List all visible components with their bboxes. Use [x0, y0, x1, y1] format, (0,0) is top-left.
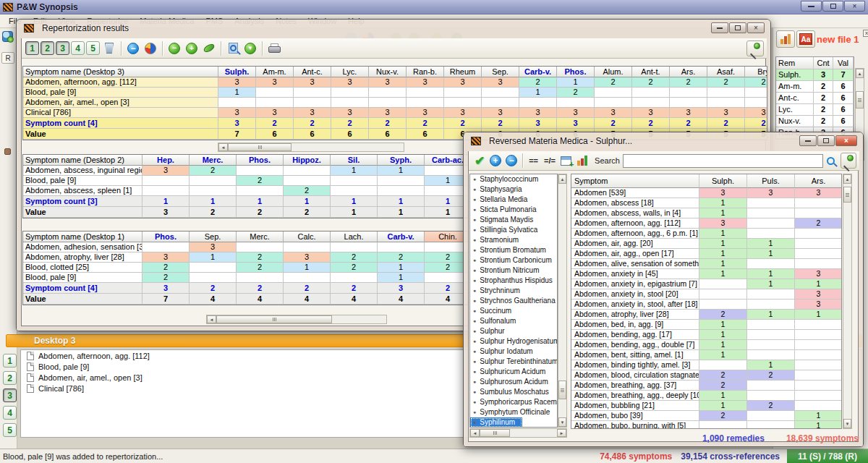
remedy-column-header[interactable]: Sep.	[190, 232, 237, 242]
remedy-list-item[interactable]: ●Sticta Pulmonaria	[470, 205, 557, 215]
grade-cell[interactable]	[284, 176, 331, 186]
symptom-name-cell[interactable]: Abdomen, atrophy, liver [28]	[571, 310, 699, 320]
grade-cell[interactable]	[707, 88, 745, 98]
grade-cell[interactable]	[237, 166, 284, 176]
remedy-list-item[interactable]: ●Strychninum	[470, 286, 557, 296]
grade-cell[interactable]	[795, 330, 842, 340]
grade-cell[interactable]: 1	[795, 411, 842, 421]
restore-button[interactable]	[817, 135, 835, 146]
symptom-name-cell[interactable]: Abdomen, afternoon, agg. [112]	[23, 77, 218, 88]
grade-cell[interactable]: 3	[284, 252, 331, 263]
grade-cell[interactable]: 2	[331, 263, 378, 273]
grade-cell[interactable]	[670, 88, 707, 98]
close-button[interactable]: ×	[844, 1, 865, 12]
desktop-5-button[interactable]: 5	[3, 423, 17, 437]
remedy-column-header[interactable]: Ars.	[795, 174, 842, 188]
symptom-name-cell[interactable]: Abdomen, adhesion, sensation [3]	[23, 242, 142, 252]
grade-cell[interactable]: 2	[331, 252, 378, 263]
symptom-name-cell[interactable]: Abdomen, abscess, inguinal region [4]	[23, 166, 142, 176]
remedy-list-item[interactable]: ●Staphysagria	[470, 184, 557, 195]
grade-cell[interactable]: 2	[142, 273, 190, 283]
text-view-button[interactable]: Aa	[796, 30, 815, 48]
grade-cell[interactable]	[632, 98, 670, 108]
grade-cell[interactable]: 3	[595, 108, 632, 118]
grade-cell[interactable]: 1	[699, 340, 747, 350]
rank-column-header[interactable]: Cnt	[814, 57, 833, 69]
remedy-list-item[interactable]: ●Staphylococcinum	[470, 174, 557, 184]
grade-cell[interactable]: 3	[745, 108, 767, 118]
scroll-left-icon[interactable]: ◄	[218, 143, 228, 151]
remedy-list-item[interactable]: ●Syphilinum	[470, 417, 522, 428]
grade-cell[interactable]	[795, 259, 842, 269]
grade-cell[interactable]: 1	[699, 229, 747, 239]
grade-cell[interactable]	[795, 340, 842, 350]
grade-cell[interactable]: 1	[378, 273, 425, 283]
grade-cell[interactable]: 3	[331, 77, 369, 88]
grade-cell[interactable]	[747, 198, 795, 208]
pin-window-button[interactable]	[841, 153, 856, 169]
grade-cell[interactable]	[284, 166, 331, 176]
grade-cell[interactable]	[795, 350, 842, 360]
rank-remedy-cell[interactable]: Nux-v.	[776, 116, 814, 127]
grade-cell[interactable]	[256, 88, 294, 98]
symptom-name-cell[interactable]: Abdomen, abscess, walls, in [4]	[571, 208, 699, 218]
grade-cell[interactable]: 2	[699, 310, 747, 320]
grade-cell[interactable]: 2	[670, 77, 707, 88]
grade-cell[interactable]: 2	[745, 77, 767, 88]
remedy-column-header[interactable]: Ran-b.	[407, 67, 444, 77]
grade-cell[interactable]	[747, 320, 795, 330]
grade-cell[interactable]: 1	[747, 310, 795, 320]
symptom-name-cell[interactable]: Abdomen, afternoon, agg., 6 p.m. [1]	[571, 229, 699, 239]
grade-cell[interactable]: 3	[482, 77, 519, 88]
grade-cell[interactable]: 1	[699, 198, 747, 208]
search-button[interactable]	[823, 153, 839, 169]
grade-cell[interactable]: 2	[707, 77, 745, 88]
remedy-list-vscrollbar[interactable]: ▲ ▼	[558, 174, 567, 428]
grade-cell[interactable]: 2	[632, 77, 670, 88]
grade-cell[interactable]	[747, 300, 795, 310]
rank-remedy-cell[interactable]: Am-m.	[776, 81, 814, 93]
symptom-name-cell[interactable]: Abdomen, abscess [18]	[571, 198, 699, 208]
grade-cell[interactable]	[707, 98, 745, 108]
symptom-name-cell[interactable]: Abdomen, alive, sensation of somethi...	[571, 259, 699, 269]
grade-cell[interactable]: 2	[142, 263, 190, 273]
grade-cell[interactable]	[670, 98, 707, 108]
symptom-name-cell[interactable]: Abdomen, bubbling [21]	[571, 401, 699, 411]
grade-cell[interactable]	[747, 289, 795, 300]
remedy-column-header[interactable]: Lach.	[331, 232, 378, 242]
small-tool-icon[interactable]	[4, 148, 11, 155]
remedy-list-item[interactable]: ●Succinum	[470, 306, 557, 316]
symptom-name-cell[interactable]: Blood, pale [9]	[23, 273, 142, 283]
grade-cell[interactable]: 1	[378, 263, 425, 273]
grade-cell[interactable]	[747, 208, 795, 218]
grade-cell[interactable]	[369, 88, 407, 98]
grade-cell[interactable]	[378, 242, 425, 252]
remedy-column-header[interactable]: Alum.	[595, 67, 632, 77]
grade-cell[interactable]	[218, 98, 256, 108]
remedy-column-header[interactable]: Rheum	[444, 67, 482, 77]
desktop-1-button[interactable]: 1	[3, 354, 17, 368]
grade-cell[interactable]: 2	[595, 77, 632, 88]
grade-cell[interactable]	[407, 98, 444, 108]
grade-cell[interactable]: 2	[237, 252, 284, 263]
grade-cell[interactable]	[747, 350, 795, 360]
remedy-list-item[interactable]: ●Strontium Bromatum	[470, 245, 557, 255]
grade-cell[interactable]: 1	[795, 279, 842, 289]
grade-cell[interactable]	[795, 198, 842, 208]
history-add-button[interactable]: +	[183, 41, 200, 56]
remedy-list-item[interactable]: ●Strychnos Gaultheriana	[470, 296, 557, 306]
grade-cell[interactable]: 2	[237, 263, 284, 273]
grade-cell[interactable]	[795, 391, 842, 401]
grade-cell[interactable]: 3	[256, 108, 294, 118]
grade-cell[interactable]	[747, 421, 795, 429]
remedy-column-header[interactable]: Asaf.	[707, 67, 745, 77]
grade-cell[interactable]	[519, 98, 557, 108]
symptom-name-cell[interactable]: Abdomen, breathing, agg. [37]	[571, 381, 699, 391]
grade-cell[interactable]	[747, 340, 795, 350]
grade-cell[interactable]	[795, 239, 842, 249]
grade-cell[interactable]: 2	[795, 218, 842, 229]
remedy-list-item[interactable]: ●Sulphur Hydrogenisatum	[470, 336, 557, 347]
rank-remedy-cell[interactable]: Sulph.	[776, 69, 814, 81]
symptom-name-cell[interactable]: Abdomen, bent, sitting, amel. [1]	[571, 350, 699, 360]
grade-cell[interactable]: 3	[557, 108, 595, 118]
